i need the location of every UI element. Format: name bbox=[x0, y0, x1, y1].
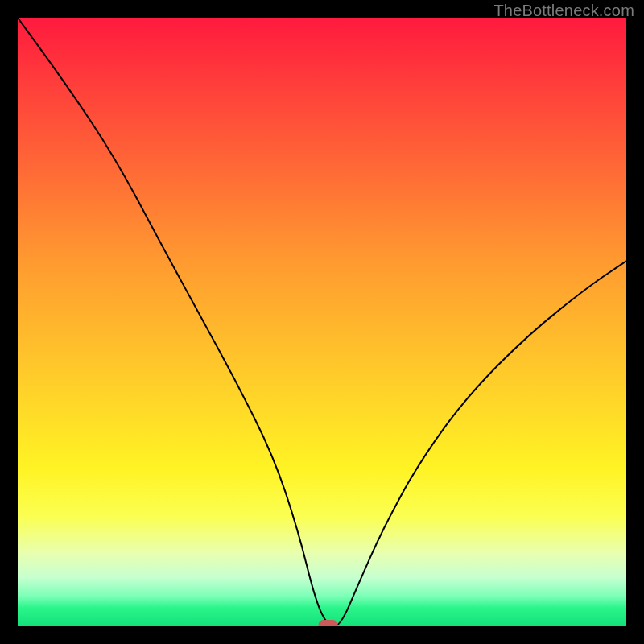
plot-area bbox=[18, 18, 626, 626]
minimum-marker bbox=[319, 620, 338, 626]
curve-path bbox=[18, 18, 626, 626]
chart-frame: TheBottleneck.com bbox=[0, 0, 644, 644]
bottleneck-curve bbox=[18, 18, 626, 626]
